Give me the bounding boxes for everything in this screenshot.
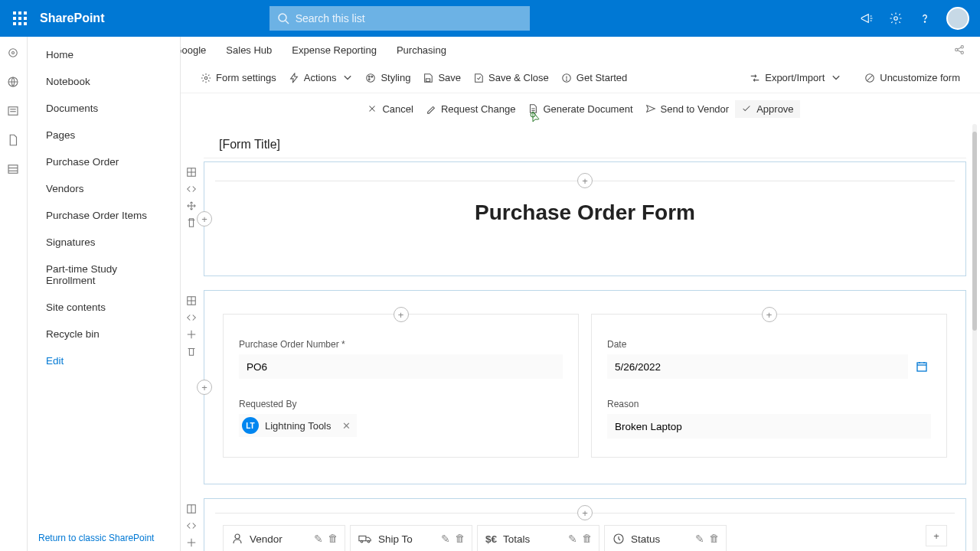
delete-icon[interactable]: 🗑 <box>582 533 593 545</box>
tab-vendor-label: Vendor <box>250 533 283 545</box>
nav-po-items[interactable]: Purchase Order Items <box>28 202 180 229</box>
section-table-icon[interactable] <box>186 295 197 306</box>
uncustomize-label: Uncustomize form <box>880 72 960 83</box>
section-table-icon[interactable] <box>186 167 197 178</box>
po-number-input[interactable] <box>239 354 563 379</box>
get-started-label: Get Started <box>577 72 627 83</box>
add-tab-button[interactable]: + <box>926 525 947 546</box>
section-move-icon[interactable] <box>186 537 197 548</box>
truck-icon <box>358 533 372 545</box>
tab-shipto[interactable]: Ship To ✎🗑 <box>350 525 472 551</box>
section-code-icon[interactable] <box>186 520 197 531</box>
rail-globe-icon[interactable] <box>6 75 21 90</box>
cancel-button[interactable]: Cancel <box>361 100 419 118</box>
svg-line-16 <box>958 47 962 49</box>
remove-person-icon[interactable]: ✕ <box>342 420 351 432</box>
hub-link-1[interactable]: Google <box>181 44 206 56</box>
return-classic-link[interactable]: Return to classic SharePoint <box>28 525 180 551</box>
form-settings-button[interactable]: Form settings <box>194 69 283 86</box>
person-initials: LT <box>242 417 259 434</box>
save-button[interactable]: Save <box>416 69 467 86</box>
add-section-left-button[interactable]: + <box>197 211 212 227</box>
save-close-button[interactable]: Save & Close <box>467 69 555 86</box>
edit-icon[interactable]: ✎ <box>314 533 323 545</box>
section-delete-icon[interactable] <box>186 346 197 357</box>
nav-site-contents[interactable]: Site contents <box>28 294 180 321</box>
section-move-icon[interactable] <box>186 201 197 211</box>
help-icon[interactable] <box>917 11 933 26</box>
rail-files-icon[interactable] <box>6 133 21 148</box>
generate-document-button[interactable]: Generate Document <box>521 100 639 118</box>
section-code-icon[interactable] <box>186 184 197 194</box>
svg-rect-38 <box>917 363 926 371</box>
settings-icon[interactable] <box>888 11 903 26</box>
rail-home-icon[interactable] <box>6 46 21 61</box>
styling-button[interactable]: Styling <box>359 69 416 86</box>
nav-documents[interactable]: Documents <box>28 95 180 122</box>
delete-icon[interactable]: 🗑 <box>709 533 720 545</box>
edit-icon[interactable]: ✎ <box>568 533 577 545</box>
nav-notebook[interactable]: Notebook <box>28 68 180 95</box>
tab-vendor[interactable]: Vendor ✎🗑 <box>223 525 345 551</box>
send-to-vendor-button[interactable]: Send to Vendor <box>639 100 736 118</box>
app-launcher-button[interactable] <box>6 5 34 32</box>
nav-vendors[interactable]: Vendors <box>28 175 180 202</box>
tab-totals[interactable]: $€ Totals ✎🗑 <box>477 525 599 551</box>
section-move-icon[interactable] <box>186 329 197 340</box>
delete-icon[interactable]: 🗑 <box>455 533 466 545</box>
svg-line-17 <box>958 51 962 52</box>
section-code-icon[interactable] <box>186 312 197 323</box>
section-delete-icon[interactable] <box>186 217 197 228</box>
hub-link-2[interactable]: Sales Hub <box>226 44 272 56</box>
rail-lists-icon[interactable] <box>6 162 21 178</box>
approve-label: Approve <box>756 103 793 115</box>
approve-button[interactable]: Approve <box>735 100 799 118</box>
calendar-icon[interactable] <box>913 360 931 373</box>
actions-button[interactable]: Actions <box>283 69 360 86</box>
person-name: Lightning Tools <box>265 420 332 432</box>
tab-status[interactable]: Status ✎🗑 <box>604 525 727 551</box>
svg-point-15 <box>961 51 963 54</box>
user-avatar[interactable] <box>946 7 969 30</box>
uncustomize-button[interactable]: Uncustomize form <box>858 69 966 86</box>
delete-icon[interactable]: 🗑 <box>328 533 338 545</box>
brand-title: SharePoint <box>40 11 104 25</box>
styling-label: Styling <box>381 72 410 83</box>
megaphone-icon[interactable] <box>859 11 874 26</box>
export-import-button[interactable]: Export/Import <box>743 69 848 86</box>
svg-rect-23 <box>426 78 430 81</box>
request-change-button[interactable]: Request Change <box>420 100 522 118</box>
add-field-button[interactable]: + <box>762 307 777 322</box>
add-row-button[interactable]: + <box>577 173 593 188</box>
nav-signatures[interactable]: Signatures <box>28 229 180 256</box>
svg-point-4 <box>8 49 17 57</box>
currency-icon: $€ <box>485 533 497 545</box>
nav-enrollment[interactable]: Part-time Study Enrollment <box>28 256 180 294</box>
requested-by-pill[interactable]: LT Lightning Tools ✕ <box>239 414 357 437</box>
send-vendor-label: Send to Vendor <box>661 103 730 115</box>
get-started-button[interactable]: Get Started <box>555 69 633 86</box>
svg-point-19 <box>367 73 375 82</box>
nav-pages[interactable]: Pages <box>28 122 180 148</box>
add-field-button[interactable]: + <box>394 307 409 322</box>
edit-icon[interactable]: ✎ <box>695 533 704 545</box>
nav-purchase-order[interactable]: Purchase Order <box>28 148 180 175</box>
add-section-left-button[interactable]: + <box>197 380 212 395</box>
edit-icon[interactable]: ✎ <box>441 533 450 545</box>
person-icon <box>231 533 243 545</box>
svg-point-22 <box>369 78 371 80</box>
hub-link-4[interactable]: Purchasing <box>397 44 446 56</box>
share-icon[interactable] <box>952 43 966 57</box>
cancel-label: Cancel <box>382 103 413 115</box>
date-input[interactable] <box>607 354 908 379</box>
add-row-button[interactable]: + <box>577 505 593 520</box>
nav-home[interactable]: Home <box>28 41 180 68</box>
rail-news-icon[interactable] <box>6 104 21 119</box>
search-input[interactable] <box>270 6 530 31</box>
nav-recycle-bin[interactable]: Recycle bin <box>28 321 180 347</box>
nav-edit-link[interactable]: Edit <box>28 347 180 374</box>
section-table-icon[interactable] <box>186 504 197 514</box>
hub-link-3[interactable]: Expense Reporting <box>292 44 377 56</box>
form-title-placeholder[interactable]: [Form Title] <box>204 124 966 158</box>
reason-input[interactable] <box>607 414 931 439</box>
